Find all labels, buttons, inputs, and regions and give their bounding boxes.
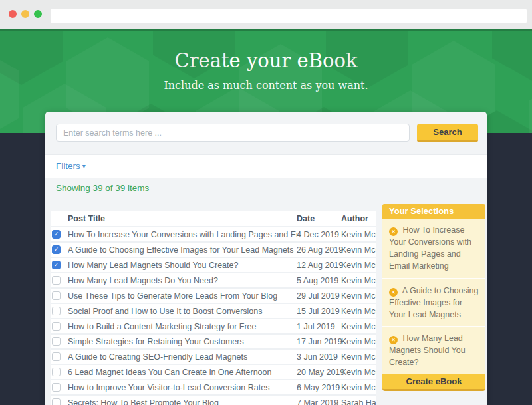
- post-title-cell: Secrets: How To Best Promote Your Blog: [68, 398, 297, 405]
- post-author-cell: Kevin McG: [341, 322, 376, 331]
- post-date-cell: 26 Aug 2019: [297, 245, 341, 255]
- post-date-cell: 4 Dec 2019: [297, 230, 341, 239]
- window-controls: [9, 10, 42, 18]
- post-date-cell: 6 May 2019: [297, 383, 341, 392]
- table-row: 6 Lead Magnet Ideas You Can Create in On…: [51, 365, 376, 380]
- create-ebook-button[interactable]: Create eBook: [382, 374, 485, 391]
- selection-item-label: How Many Lead Magnets Should You Create?: [389, 334, 466, 367]
- table-row: Secrets: How To Best Promote Your Blog 7…: [51, 396, 376, 405]
- row-checkbox[interactable]: [52, 368, 61, 376]
- post-date-cell: 1 Jul 2019: [297, 322, 341, 331]
- post-title-cell: Simple Strategies for Retaining Your Cus…: [68, 337, 297, 346]
- post-date-cell: 15 Jul 2019: [297, 307, 341, 316]
- filters-toggle[interactable]: Filters▾: [45, 154, 487, 178]
- selection-item-label: How To Increase Your Conversions with La…: [389, 225, 471, 271]
- post-title-cell: How Many Lead Magnets Should You Create?: [68, 261, 297, 270]
- post-author-cell: Kevin McG: [341, 245, 376, 255]
- post-title-cell: How to Improve Your Visitor-to-Lead Conv…: [68, 383, 297, 392]
- table-row: Simple Strategies for Retaining Your Cus…: [51, 335, 376, 350]
- post-title-cell: 6 Lead Magnet Ideas You Can Create in On…: [68, 368, 297, 377]
- column-header-date: Date: [297, 214, 341, 223]
- table-row: How Many Lead Magnets Do You Need? 5 Aug…: [51, 273, 376, 289]
- table-header-row: Post Title Date Author: [51, 211, 376, 227]
- table-row: A Guide to Creating SEO-Friendly Lead Ma…: [51, 350, 376, 365]
- post-date-cell: 3 Jun 2019: [297, 352, 341, 362]
- table-row: Social Proof and How to Use It to Boost …: [51, 304, 376, 319]
- row-checkbox[interactable]: ✓: [52, 261, 61, 269]
- table-row: How to Improve Your Visitor-to-Lead Conv…: [51, 380, 376, 396]
- post-author-cell: Kevin McG: [341, 291, 376, 301]
- post-author-cell: Kevin McG: [341, 276, 376, 285]
- post-author-cell: Sarah Ha: [341, 398, 376, 405]
- row-checkbox[interactable]: [52, 352, 61, 361]
- filters-label: Filters: [56, 161, 80, 171]
- post-title-cell: A Guide to Choosing Effective Images for…: [68, 245, 297, 255]
- post-date-cell: 20 May 2019: [297, 368, 341, 377]
- zoom-window-icon[interactable]: [34, 10, 42, 18]
- table-row: ✓ How Many Lead Magnets Should You Creat…: [51, 258, 376, 273]
- post-author-cell: Kevin McG: [341, 337, 376, 346]
- content-card: Search Filters▾ Showing 39 of 39 items P…: [45, 112, 487, 405]
- post-date-cell: 7 Mar 2019: [297, 398, 341, 405]
- results-summary: Showing 39 of 39 items: [56, 183, 149, 193]
- post-title-cell: How to Build a Content Marketing Strateg…: [68, 322, 297, 331]
- table-row: Use These Tips to Generate More Leads Fr…: [51, 289, 376, 304]
- search-button[interactable]: Search: [417, 124, 478, 142]
- row-checkbox[interactable]: [52, 398, 61, 405]
- post-date-cell: 5 Aug 2019: [297, 276, 341, 285]
- post-date-cell: 12 Aug 2019: [297, 261, 341, 270]
- selections-panel: Your Selections ✕ How To Increase Your C…: [382, 204, 485, 391]
- remove-selection-icon[interactable]: ✕: [389, 227, 398, 236]
- selection-item: ✕ How Many Lead Magnets Should You Creat…: [382, 327, 485, 374]
- post-date-cell: 29 Jul 2019: [297, 291, 341, 301]
- row-checkbox[interactable]: [52, 322, 61, 331]
- chevron-down-icon: ▾: [82, 162, 86, 170]
- post-title-cell: How To Increase Your Conversions with La…: [68, 230, 297, 239]
- selection-item: ✕ A Guide to Choosing Effective Images f…: [382, 279, 485, 327]
- column-header-post-title: Post Title: [68, 214, 297, 223]
- table-row: How to Build a Content Marketing Strateg…: [51, 319, 376, 335]
- posts-table: Post Title Date Author ✓ How To Increase…: [51, 211, 376, 405]
- post-title-cell: Use These Tips to Generate More Leads Fr…: [68, 291, 297, 301]
- row-checkbox[interactable]: [52, 337, 61, 346]
- post-author-cell: Kevin McG: [341, 261, 376, 270]
- column-header-author: Author: [341, 214, 376, 223]
- post-date-cell: 17 Jun 2019: [297, 337, 341, 346]
- row-checkbox[interactable]: [52, 276, 61, 285]
- row-checkbox[interactable]: ✓: [52, 245, 61, 254]
- post-author-cell: Kevin McG: [341, 383, 376, 392]
- search-input[interactable]: [56, 124, 410, 142]
- post-title-cell: Social Proof and How to Use It to Boost …: [68, 307, 297, 316]
- selections-header: Your Selections: [382, 204, 485, 219]
- selection-item: ✕ How To Increase Your Conversions with …: [382, 219, 485, 279]
- post-author-cell: Kevin McG: [341, 230, 376, 239]
- row-checkbox[interactable]: ✓: [52, 230, 61, 239]
- remove-selection-icon[interactable]: ✕: [389, 288, 398, 297]
- post-author-cell: Kevin McG: [341, 368, 376, 377]
- row-checkbox[interactable]: [52, 307, 61, 315]
- close-window-icon[interactable]: [9, 10, 17, 18]
- minimize-window-icon[interactable]: [21, 10, 29, 18]
- table-row: ✓ A Guide to Choosing Effective Images f…: [51, 243, 376, 258]
- post-title-cell: A Guide to Creating SEO-Friendly Lead Ma…: [68, 352, 297, 362]
- post-title-cell: How Many Lead Magnets Do You Need?: [68, 276, 297, 285]
- browser-chrome: [0, 0, 532, 29]
- address-bar[interactable]: [51, 9, 527, 23]
- remove-selection-icon[interactable]: ✕: [389, 336, 398, 344]
- row-checkbox[interactable]: [52, 291, 61, 300]
- selection-item-label: A Guide to Choosing Effective Images for…: [389, 286, 478, 319]
- post-author-cell: Kevin McG: [341, 352, 376, 362]
- table-row: ✓ How To Increase Your Conversions with …: [51, 227, 376, 243]
- post-author-cell: Kevin McG: [341, 307, 376, 316]
- row-checkbox[interactable]: [52, 383, 61, 392]
